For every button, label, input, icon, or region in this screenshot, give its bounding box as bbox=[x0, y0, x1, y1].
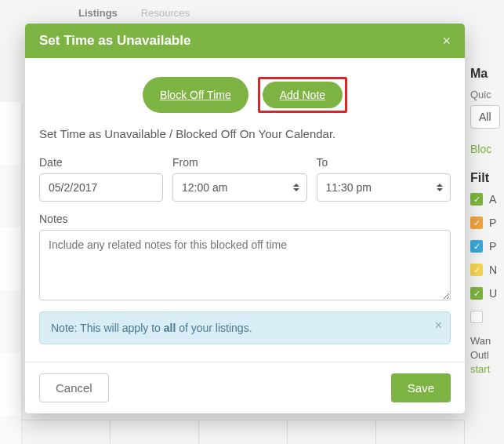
modal-header: Set Time as Unavailable × bbox=[25, 24, 465, 58]
right-filter-heading: Filt bbox=[470, 171, 504, 185]
alert-text-prefix: Note: This will apply to bbox=[51, 322, 164, 334]
right-start-link[interactable]: start bbox=[470, 363, 490, 375]
background-right-panel: Ma Quic All Bloc Filt APPNU Wan Outl sta… bbox=[470, 67, 504, 377]
modal-intro-text: Set Time as Unavailable / Blocked Off On… bbox=[39, 127, 451, 140]
nav-resources: Resources bbox=[141, 7, 190, 19]
checkbox-icon bbox=[470, 311, 483, 323]
save-button[interactable]: Save bbox=[391, 373, 451, 402]
add-note-button[interactable]: Add Note bbox=[263, 82, 343, 108]
filter-checkbox-row[interactable]: P bbox=[470, 240, 504, 253]
right-heading: Ma bbox=[470, 67, 504, 81]
right-block-link[interactable]: Bloc bbox=[470, 143, 504, 155]
filter-label: A bbox=[489, 193, 496, 206]
block-off-time-button[interactable]: Block Off Time bbox=[143, 77, 248, 113]
filter-checkbox-row[interactable]: N bbox=[470, 264, 504, 276]
date-input[interactable] bbox=[39, 173, 163, 202]
checkbox-icon bbox=[470, 217, 483, 229]
filter-label: U bbox=[489, 287, 497, 300]
filter-checkbox-row[interactable]: U bbox=[470, 287, 504, 300]
date-time-row: Date From To bbox=[39, 156, 451, 202]
filter-checkbox-row[interactable]: A bbox=[470, 193, 504, 206]
modal-footer: Cancel Save bbox=[25, 362, 465, 413]
filter-checkbox-row[interactable]: P bbox=[470, 217, 504, 229]
modal-body: Block Off Time Add Note Set Time as Unav… bbox=[25, 58, 465, 362]
date-label: Date bbox=[39, 156, 163, 169]
cancel-button[interactable]: Cancel bbox=[39, 373, 109, 402]
add-note-highlight: Add Note bbox=[258, 77, 347, 113]
filter-label: N bbox=[489, 264, 497, 276]
alert-close-icon[interactable]: × bbox=[435, 318, 442, 333]
checkbox-icon bbox=[470, 240, 483, 253]
checkbox-icon bbox=[470, 193, 483, 206]
filter-label: P bbox=[489, 217, 496, 229]
right-want-text: Wan Outl start bbox=[470, 334, 504, 377]
to-time-select[interactable] bbox=[317, 173, 451, 202]
to-label: To bbox=[317, 156, 451, 169]
checkbox-icon bbox=[470, 287, 483, 300]
from-time-select[interactable] bbox=[172, 173, 307, 202]
checkbox-icon bbox=[470, 264, 483, 276]
chevron-updown-icon bbox=[293, 184, 299, 191]
right-quick-label: Quic bbox=[470, 89, 504, 100]
from-label: From bbox=[172, 156, 307, 169]
notes-label: Notes bbox=[39, 213, 451, 225]
set-time-unavailable-modal: Set Time as Unavailable × Block Off Time… bbox=[25, 24, 465, 413]
info-alert: Note: This will apply to all of your lis… bbox=[39, 311, 451, 344]
filter-label: P bbox=[489, 240, 496, 253]
background-calendar-gutter bbox=[0, 102, 22, 444]
chevron-updown-icon bbox=[437, 184, 443, 191]
tab-row: Block Off Time Add Note bbox=[39, 77, 451, 113]
notes-textarea[interactable] bbox=[39, 230, 451, 300]
alert-text-bold: all bbox=[164, 322, 176, 334]
background-top-nav: Listings Resources bbox=[0, 0, 504, 22]
nav-listings: Listings bbox=[78, 7, 118, 19]
close-icon[interactable]: × bbox=[442, 34, 451, 48]
background-calendar-cells bbox=[22, 420, 465, 444]
right-all-button[interactable]: All bbox=[470, 105, 500, 129]
modal-title: Set Time as Unavailable bbox=[39, 33, 190, 49]
filter-checkbox-row[interactable] bbox=[470, 311, 504, 323]
alert-text-suffix: of your listings. bbox=[176, 322, 252, 334]
